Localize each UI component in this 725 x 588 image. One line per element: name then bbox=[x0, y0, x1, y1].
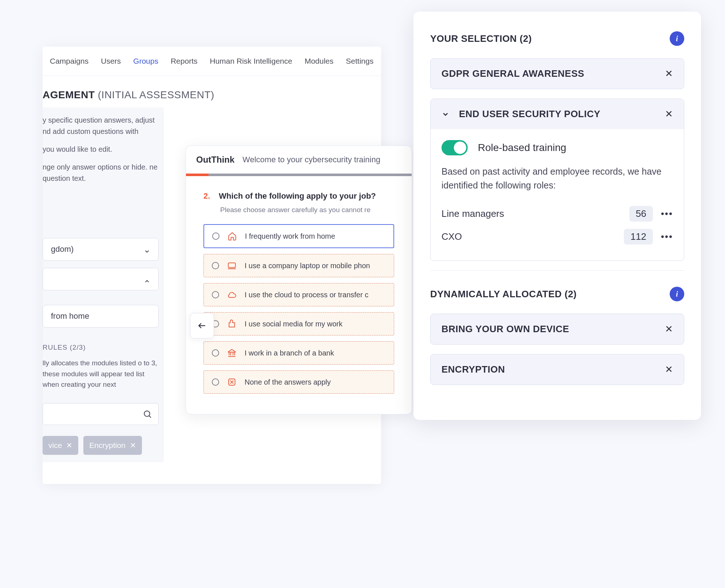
chevron-down-icon bbox=[441, 110, 449, 118]
search-icon bbox=[143, 409, 152, 419]
arrow-left-icon bbox=[197, 321, 207, 330]
roles-list: Line managers 56 ••• CXO 112 ••• bbox=[441, 202, 673, 248]
module-byod[interactable]: BRING YOUR OWN DEVICE ✕ bbox=[430, 314, 684, 345]
answer-option[interactable]: I use social media for my work bbox=[203, 312, 394, 335]
nav-users[interactable]: Users bbox=[101, 57, 121, 65]
radio-icon bbox=[212, 262, 219, 269]
close-icon[interactable]: ✕ bbox=[130, 440, 136, 451]
more-icon[interactable]: ••• bbox=[661, 208, 673, 219]
answer-option[interactable]: I work in a branch of a bank bbox=[203, 341, 394, 365]
chevron-down-icon bbox=[144, 246, 150, 253]
chip-label: vice bbox=[48, 440, 62, 452]
answer-text: I use the cloud to process or transfer c bbox=[245, 291, 368, 299]
answer-text: I use social media for my work bbox=[245, 320, 342, 328]
nav-campaigns[interactable]: Campaigns bbox=[50, 57, 88, 65]
quiz-subtitle: Welcome to your cybersecurity training bbox=[242, 155, 380, 164]
info-icon[interactable]: i bbox=[670, 287, 684, 301]
quiz-progress bbox=[186, 174, 412, 176]
home-icon bbox=[227, 231, 237, 241]
module-description: Based on past activity and employee reco… bbox=[441, 165, 673, 192]
toggle-label: Role-based training bbox=[478, 142, 566, 154]
chip-device[interactable]: vice ✕ bbox=[43, 436, 78, 455]
radio-icon bbox=[212, 291, 219, 298]
radio-icon bbox=[212, 233, 219, 240]
info-icon[interactable]: i bbox=[670, 31, 684, 46]
selection-panel: YOUR SELECTION (2) i GDPR GENERAL AWAREN… bbox=[413, 12, 701, 420]
dropdown-value: gdom) bbox=[51, 243, 74, 255]
role-name: Line managers bbox=[441, 208, 504, 219]
close-icon[interactable]: ✕ bbox=[665, 364, 673, 375]
svg-rect-2 bbox=[228, 263, 235, 267]
role-name: CXO bbox=[441, 231, 462, 242]
question-number: 2. bbox=[203, 191, 210, 201]
module-title: ENCRYPTION bbox=[441, 364, 505, 375]
role-count: 56 bbox=[629, 206, 653, 222]
left-sidebar: y specific question answers, adjust nd a… bbox=[43, 107, 163, 462]
close-icon[interactable]: ✕ bbox=[66, 440, 72, 451]
answer-option[interactable]: None of the answers apply bbox=[203, 370, 394, 394]
question-dropdown[interactable] bbox=[43, 268, 159, 290]
answer-text: I frequently work from home bbox=[245, 232, 335, 241]
question-hint: Please choose answer carefully as you ca… bbox=[220, 206, 394, 214]
chip-encryption[interactable]: Encryption ✕ bbox=[83, 436, 142, 455]
cloud-icon bbox=[227, 290, 237, 299]
chevron-up-icon bbox=[144, 276, 150, 282]
answer-text: I work in a branch of a bank bbox=[245, 349, 334, 357]
module-title: END USER SECURITY POLICY bbox=[459, 108, 601, 120]
radio-icon bbox=[212, 378, 219, 386]
social-icon bbox=[227, 319, 237, 329]
divider bbox=[430, 270, 684, 271]
nav-groups[interactable]: Groups bbox=[133, 57, 158, 65]
module-title: GDPR GENERAL AWARENESS bbox=[441, 68, 584, 79]
quiz-logo: OutThink bbox=[196, 155, 234, 165]
answer-dropdown[interactable]: from home bbox=[43, 305, 159, 327]
dynamic-heading: DYNAMICALLY ALLOCATED (2) bbox=[430, 289, 577, 300]
chip-label: Encryption bbox=[89, 440, 125, 452]
language-dropdown[interactable]: gdom) bbox=[43, 238, 159, 261]
role-row: CXO 112 ••• bbox=[441, 225, 673, 248]
close-icon[interactable]: ✕ bbox=[665, 323, 673, 335]
sidebar-text: you would like to edit. bbox=[43, 144, 159, 155]
close-icon[interactable]: ✕ bbox=[665, 108, 673, 120]
answer-option[interactable]: I use the cloud to process or transfer c bbox=[203, 283, 394, 306]
sidebar-text: y specific question answers, adjust nd a… bbox=[43, 115, 159, 137]
nav-reports[interactable]: Reports bbox=[171, 57, 198, 65]
answer-text: None of the answers apply bbox=[245, 378, 331, 386]
module-header[interactable]: END USER SECURITY POLICY ✕ bbox=[431, 99, 684, 129]
page-title-sub: (INITIAL ASSESSMENT) bbox=[98, 89, 214, 100]
module-gdpr[interactable]: GDPR GENERAL AWARENESS ✕ bbox=[430, 58, 684, 89]
none-icon bbox=[227, 377, 237, 387]
module-search-input[interactable] bbox=[43, 403, 159, 425]
close-icon[interactable]: ✕ bbox=[665, 68, 673, 79]
role-count: 112 bbox=[624, 229, 653, 245]
page-title: AGEMENT (INITIAL ASSESSMENT) bbox=[43, 76, 381, 107]
role-based-toggle[interactable] bbox=[441, 140, 468, 155]
bank-icon bbox=[227, 348, 237, 358]
answer-option[interactable]: I frequently work from home bbox=[203, 224, 394, 248]
selection-heading: YOUR SELECTION (2) bbox=[430, 33, 532, 44]
selected-chips: vice ✕ Encryption ✕ bbox=[43, 436, 159, 455]
nav-modules[interactable]: Modules bbox=[305, 57, 333, 65]
sidebar-text: nge only answer options or hide. ne ques… bbox=[43, 162, 159, 184]
dropdown-value: from home bbox=[51, 310, 89, 322]
module-end-user-security: END USER SECURITY POLICY ✕ Role-based tr… bbox=[430, 99, 684, 261]
radio-icon bbox=[212, 349, 219, 357]
rules-text: lly allocates the modules listed o to 3,… bbox=[43, 358, 159, 390]
page-title-main: AGEMENT bbox=[43, 89, 95, 100]
module-title: BRING YOUR OWN DEVICE bbox=[441, 323, 569, 335]
nav-settings[interactable]: Settings bbox=[346, 57, 373, 65]
answer-text: I use a company laptop or mobile phon bbox=[245, 262, 370, 270]
svg-point-0 bbox=[144, 411, 150, 416]
answer-option[interactable]: I use a company laptop or mobile phon bbox=[203, 254, 394, 277]
question-text: Which of the following apply to your job… bbox=[219, 191, 376, 201]
back-button[interactable] bbox=[190, 313, 214, 338]
top-nav: Campaigns Users Groups Reports Human Ris… bbox=[43, 47, 381, 76]
nav-hri[interactable]: Human Risk Intelligence bbox=[210, 57, 292, 65]
more-icon[interactable]: ••• bbox=[661, 231, 673, 242]
role-row: Line managers 56 ••• bbox=[441, 202, 673, 225]
laptop-icon bbox=[227, 261, 237, 270]
svg-line-1 bbox=[149, 416, 151, 418]
module-encryption[interactable]: ENCRYPTION ✕ bbox=[430, 354, 684, 385]
quiz-preview: OutThink Welcome to your cybersecurity t… bbox=[186, 146, 412, 414]
rules-heading: RULES (2/3) bbox=[43, 342, 159, 353]
